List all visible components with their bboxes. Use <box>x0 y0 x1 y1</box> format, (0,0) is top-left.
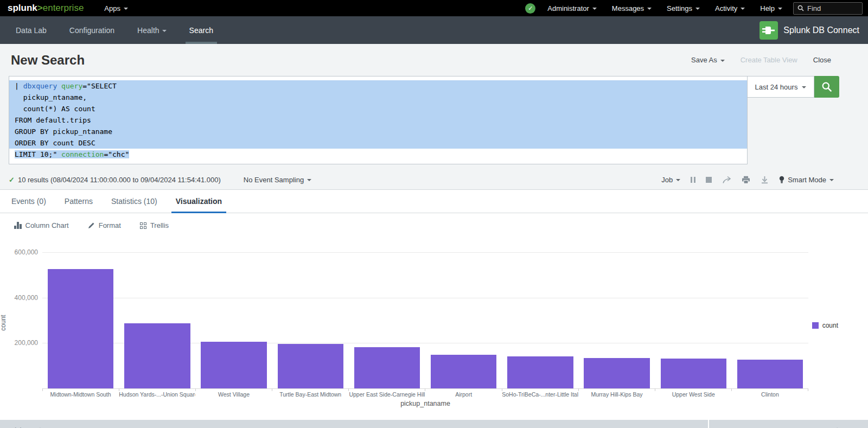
tab-events-0[interactable]: Events (0) <box>2 190 55 213</box>
trellis-button[interactable]: Trellis <box>135 221 174 229</box>
query-line: ORDER BY count DESC <box>9 137 747 149</box>
top-nav-menus: AdministratorMessagesSettingsActivityHel… <box>540 0 790 16</box>
chart-bar[interactable] <box>431 355 496 388</box>
active-tab-underline <box>171 212 226 213</box>
page-title: New Search <box>11 53 85 68</box>
app-brand[interactable]: Splunk DB Connect <box>760 16 868 44</box>
y-axis-tick-label: 200,000 <box>0 339 38 347</box>
chevron-down-icon <box>829 179 834 181</box>
job-menu[interactable]: Job <box>661 176 680 184</box>
top-nav-menu-administrator[interactable]: Administrator <box>540 0 604 16</box>
smart-mode-label: Smart Mode <box>788 176 826 184</box>
chart-bar[interactable] <box>354 347 420 388</box>
query-text: | <box>15 82 23 90</box>
x-axis-category-label: SoHo-TriBeCa-...nter-Little Italy <box>502 391 578 398</box>
app-nav-item-label: Search <box>189 26 213 35</box>
lightbulb-icon <box>779 176 784 184</box>
share-icon[interactable] <box>722 176 731 184</box>
column-chart: count 200,000400,000600,000 Midtown-Midt… <box>0 238 868 420</box>
stop-icon[interactable] <box>706 177 712 183</box>
chart-type-button[interactable]: Column Chart <box>9 221 74 229</box>
chart-bar-slot <box>272 252 349 388</box>
x-axis-title: pickup_ntaname <box>42 400 808 407</box>
column-header-count[interactable]: count <box>709 420 868 428</box>
app-nav-item-health[interactable]: Health <box>126 16 177 44</box>
app-nav-item-data-lab[interactable]: Data Lab <box>0 16 58 44</box>
app-nav-item-configuration[interactable]: Configuration <box>58 16 126 44</box>
health-status-icon[interactable]: ✓ <box>525 3 535 14</box>
results-bar: ✓ 10 results (08/04/2024 11:00:00.000 to… <box>0 170 868 189</box>
chart-bar-slot <box>502 252 578 388</box>
query-line: | dbxquery query="SELECT <box>9 80 747 92</box>
menu-label: Activity <box>715 4 737 12</box>
event-sampling-label: No Event Sampling <box>244 176 304 184</box>
pause-icon[interactable] <box>691 177 695 183</box>
chart-bar[interactable] <box>661 359 726 388</box>
chart-type-label: Column Chart <box>25 221 69 229</box>
chart-bar[interactable] <box>48 269 113 388</box>
chart-bar[interactable] <box>278 344 343 388</box>
app-nav-item-label: Health <box>137 26 159 35</box>
page-header: New Search Save As Create Table View Clo… <box>0 44 868 76</box>
find-input[interactable] <box>807 4 858 12</box>
chart-bar[interactable] <box>124 323 190 388</box>
top-nav-menu-activity[interactable]: Activity <box>707 0 752 16</box>
find-search-box[interactable] <box>793 2 863 15</box>
top-nav-menu-help[interactable]: Help <box>752 0 790 16</box>
query-line: count(*) AS count <box>9 103 747 114</box>
tab-statistics-10[interactable]: Statistics (10) <box>102 190 167 213</box>
tab-label: Visualization <box>176 197 222 206</box>
app-nav: Data LabConfigurationHealthSearch Splunk… <box>0 16 868 44</box>
chevron-down-icon <box>676 179 680 181</box>
search-query-input[interactable]: | dbxquery query="SELECT pickup_ntaname,… <box>9 76 748 164</box>
x-axis-category-label: Hudson Yards-...-Union Square <box>119 391 195 398</box>
chevron-down-icon <box>741 8 745 10</box>
column-header-pickup-ntaname[interactable]: pickup_ntaname <box>0 420 709 428</box>
legend-label: count <box>822 322 838 329</box>
format-button[interactable]: Format <box>82 221 126 229</box>
app-nav-item-search[interactable]: Search <box>178 16 225 44</box>
chart-bar-slot <box>425 252 502 388</box>
search-mode-menu[interactable]: Smart Mode <box>779 176 834 184</box>
tab-patterns[interactable]: Patterns <box>55 190 102 213</box>
x-axis-category-label: Clinton <box>732 391 808 398</box>
app-nav-item-label: Configuration <box>69 26 114 35</box>
job-controls: Job Smart Mode <box>661 176 834 184</box>
splunk-db-connect-search-page: splunk>enterprise Apps ✓ AdministratorMe… <box>0 0 868 428</box>
time-range-picker[interactable]: Last 24 hours <box>748 76 814 98</box>
trellis-label: Trellis <box>150 221 169 229</box>
apps-menu[interactable]: Apps <box>97 0 136 16</box>
apps-menu-label: Apps <box>104 4 120 12</box>
search-bar: | dbxquery query="SELECT pickup_ntaname,… <box>0 76 868 164</box>
tab-label: Events (0) <box>11 197 46 206</box>
chart-bar[interactable] <box>507 356 573 388</box>
x-axis-category-label: Airport <box>425 391 502 398</box>
create-table-view-button[interactable]: Create Table View <box>741 56 797 64</box>
top-nav-menu-messages[interactable]: Messages <box>604 0 659 16</box>
query-line: GROUP BY pickup_ntaname <box>9 126 747 137</box>
close-button[interactable]: Close <box>813 56 831 64</box>
chart-legend[interactable]: count <box>812 322 838 329</box>
active-tab-underline <box>186 42 217 44</box>
splunk-logo[interactable]: splunk>enterprise <box>0 0 84 16</box>
chart-bar[interactable] <box>584 358 649 388</box>
chevron-down-icon <box>592 8 597 10</box>
save-as-button[interactable]: Save As <box>691 56 725 64</box>
chevron-down-icon <box>802 86 806 88</box>
event-sampling-menu[interactable]: No Event Sampling <box>244 176 311 184</box>
chart-bar-slot <box>119 252 195 388</box>
chart-bar-slot <box>349 252 425 388</box>
chart-bar[interactable] <box>201 342 266 388</box>
chart-bar[interactable] <box>737 360 803 388</box>
results-tabs: Events (0)PatternsStatistics (10)Visuali… <box>0 190 868 213</box>
export-download-icon[interactable] <box>761 176 769 184</box>
print-icon[interactable] <box>742 176 750 184</box>
top-nav-menu-settings[interactable]: Settings <box>659 0 707 16</box>
run-search-button[interactable] <box>814 76 839 98</box>
query-text: GROUP BY pickup_ntaname <box>15 127 112 136</box>
chevron-down-icon <box>720 60 725 62</box>
menu-label: Settings <box>667 4 692 12</box>
y-axis-tick-label: 600,000 <box>0 248 38 256</box>
y-axis-title: count <box>0 306 7 339</box>
tab-visualization[interactable]: Visualization <box>167 190 231 213</box>
